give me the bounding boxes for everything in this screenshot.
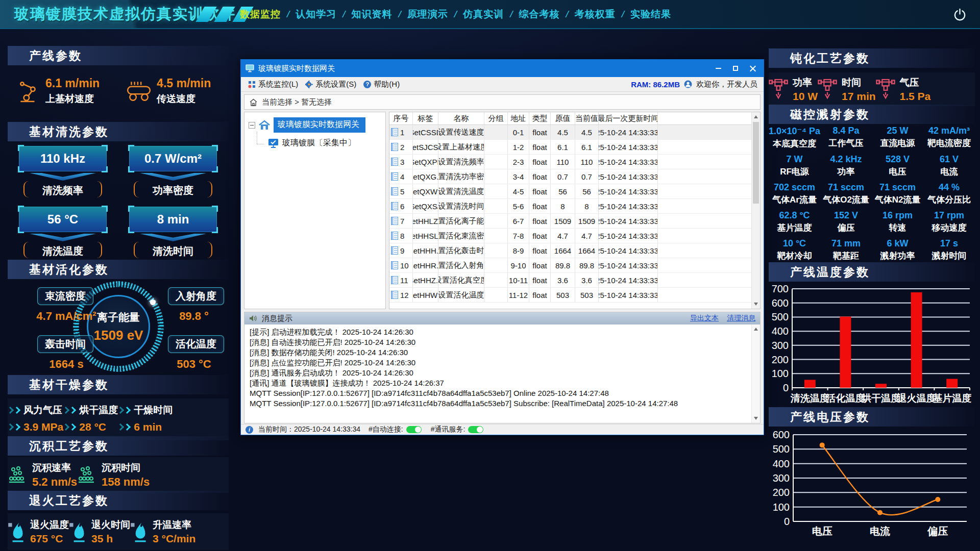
message-scrollbar[interactable] bbox=[751, 324, 760, 423]
table-row[interactable]: 12 SetHHWD 设置活化温度 11-12 float 503 503 20… bbox=[389, 288, 751, 303]
table-row[interactable]: 1 SetCSSD 设置传送速度 0-1 float 4.5 4.5 2025-… bbox=[389, 125, 751, 140]
voltage-line-chart: 0100200300400500600电压电流偏压 bbox=[769, 429, 975, 538]
param-value: 1.5 Pa bbox=[900, 90, 931, 103]
menu-system-monitor[interactable]: 系统监控(L) bbox=[248, 80, 298, 89]
gauge-highlight-dot bbox=[150, 299, 156, 305]
nav-tab[interactable]: 原理演示 bbox=[407, 8, 448, 21]
col-name[interactable]: 名称 bbox=[438, 112, 484, 124]
scroll-down-button[interactable] bbox=[752, 300, 760, 309]
param-value: 6.1 m/min bbox=[45, 77, 100, 90]
menu-system-settings[interactable]: 系统设置(S) bbox=[305, 80, 356, 89]
tag-row-icon bbox=[391, 276, 398, 284]
help-icon: ? bbox=[363, 81, 371, 88]
nav-tab[interactable]: 实验结果 bbox=[630, 8, 671, 21]
nav-tab[interactable]: 知识资料 bbox=[352, 8, 393, 21]
param-label: 清洗时间 bbox=[143, 244, 203, 258]
toggle-switch-on[interactable] bbox=[468, 426, 483, 433]
robot-arm-icon bbox=[17, 80, 40, 103]
table-scrollbar[interactable] bbox=[751, 112, 760, 309]
table-row[interactable]: 11 SetHHZ... 设置活化真空度 10-11 float 3.6 3.6… bbox=[389, 273, 751, 288]
scroll-down-button[interactable] bbox=[752, 414, 760, 423]
nav-separator: / bbox=[399, 9, 401, 20]
conveyor-icon bbox=[126, 80, 152, 103]
svg-text:基片温度: 基片温度 bbox=[933, 393, 971, 404]
param-value: 8.4 Pa bbox=[820, 126, 872, 136]
message-action-link[interactable]: 导出文本 bbox=[690, 314, 719, 323]
table-row[interactable]: 2 SetSJCSD 设置上基材速度 1-2 float 6.1 6.1 202… bbox=[389, 140, 751, 155]
chevron-icon bbox=[124, 423, 131, 431]
left-parameter-panel: 产线参数 6.1 m/min 上基材速度 4.5 m/min 传送速度 基材 bbox=[8, 44, 229, 550]
table-row[interactable]: 8 SetHHSL... 设置活化束流密度 7-8 float 4.7 4.7 … bbox=[389, 229, 751, 243]
tree-collapse-icon[interactable] bbox=[249, 122, 255, 129]
tag-row-icon bbox=[391, 217, 398, 225]
svg-text:500: 500 bbox=[773, 443, 790, 455]
table-row[interactable]: 5 SetQXWD 设置清洗温度 4-5 float 56 56 2025-10… bbox=[389, 184, 751, 199]
toggle-label: #自动连接: bbox=[369, 425, 403, 434]
col-address[interactable]: 地址 bbox=[508, 112, 529, 124]
param-label: 功率 bbox=[820, 166, 872, 178]
param-value: 28 °C bbox=[79, 421, 106, 433]
maximize-button[interactable] bbox=[727, 60, 744, 77]
toggle-switch-on[interactable] bbox=[406, 426, 422, 433]
sputtering-param: 10 °C 靶材冷却 bbox=[769, 238, 820, 262]
tree-root-label[interactable]: 玻璃镀膜实时数据网关 bbox=[274, 117, 365, 133]
param-value: 152 V bbox=[820, 210, 872, 221]
activation-value-incident-angle: 89.8 ° bbox=[161, 310, 227, 323]
table-row[interactable]: 6 SetQXSJ 设置清洗时间 5-6 float 8 8 2025-10-2… bbox=[389, 199, 751, 214]
sputtering-param: 4.2 kHz 功率 bbox=[820, 154, 872, 178]
window-status-bar: i 当前时间：2025-10-24 14:33:34 #自动连接: #通讯服务: bbox=[241, 424, 764, 435]
sputtering-param: 17 rpm 移动速度 bbox=[923, 210, 975, 234]
nav-tab[interactable]: 仿真实训 bbox=[463, 8, 504, 21]
window-app-icon bbox=[246, 64, 254, 72]
table-row[interactable]: 9 SetHHH... 设置活化轰击时间 8-9 float 1664 1664… bbox=[389, 243, 751, 258]
param-value: 702 sccm bbox=[769, 182, 820, 193]
col-tag[interactable]: 标签 bbox=[413, 112, 438, 124]
col-original[interactable]: 原值 bbox=[551, 112, 575, 124]
tree-root-node[interactable]: 玻璃镀膜实时数据网关 bbox=[249, 117, 385, 133]
scroll-thumb[interactable] bbox=[753, 122, 759, 204]
table-row[interactable]: 3 SetQXPL 设置清洗频率 2-3 float 110 110 2025-… bbox=[389, 155, 751, 169]
nav-tab[interactable]: 数据监控 bbox=[240, 8, 281, 21]
home-node-icon bbox=[259, 120, 270, 130]
nav-tab[interactable]: 考核权重 bbox=[575, 8, 616, 21]
param-value: 17 rpm bbox=[923, 210, 975, 221]
toggle-label: #通讯服务: bbox=[431, 425, 465, 434]
nav-tab[interactable]: 综合考核 bbox=[519, 8, 559, 21]
activation-label-activation-temp: 活化温度 bbox=[168, 335, 224, 353]
param-value: 42 mA/m³ bbox=[923, 126, 975, 136]
section-deposition: 沉积工艺参数 bbox=[8, 436, 229, 456]
param-label: 靶基距 bbox=[820, 250, 872, 262]
close-button[interactable] bbox=[744, 60, 762, 77]
activation-value-bombard-time: 1664 s bbox=[28, 358, 105, 371]
col-index[interactable]: 序号 bbox=[389, 112, 413, 124]
table-row[interactable]: 4 SetQXG... 设置清洗功率密度 3-4 float 0.7 0.7 2… bbox=[389, 169, 751, 184]
minimize-button[interactable] bbox=[709, 60, 727, 77]
monitor-grid-icon bbox=[248, 81, 256, 88]
scroll-up-button[interactable] bbox=[752, 112, 760, 121]
welcome-text: 欢迎你，开发人员 bbox=[696, 80, 757, 89]
message-log[interactable]: [提示] 启动进程加载完成！ 2025-10-24 14:26:30[消息] 自… bbox=[244, 324, 760, 423]
log-line: [消息] 数据存储功能关闭! 2025-10-24 14:26:30 bbox=[250, 347, 748, 357]
menu-help[interactable]: ? 帮助(H) bbox=[363, 80, 400, 89]
svg-text:0: 0 bbox=[784, 516, 790, 527]
tree-child-label[interactable]: 玻璃镀膜〔采集中〕 bbox=[282, 138, 356, 148]
nav-separator: / bbox=[510, 9, 512, 20]
svg-text:100: 100 bbox=[772, 368, 789, 379]
col-group[interactable]: 分组 bbox=[484, 112, 508, 124]
window-titlebar[interactable]: 玻璃镀膜实时数据网关 bbox=[241, 60, 764, 77]
tree-child-node[interactable]: 玻璃镀膜〔采集中〕 bbox=[268, 138, 385, 148]
param-label: 溅射时间 bbox=[923, 250, 975, 262]
param-value: 16 rpm bbox=[872, 210, 923, 221]
col-updated[interactable]: 最后一次更新时间 bbox=[599, 112, 658, 124]
col-current[interactable]: 当前值 bbox=[575, 112, 599, 124]
scroll-up-button[interactable] bbox=[752, 324, 760, 333]
table-row[interactable]: 7 SetHHLZ... 设置活化离子能量 6-7 float 1509 150… bbox=[389, 214, 751, 229]
col-type[interactable]: 类型 bbox=[529, 112, 551, 124]
param-value: 4.2 kHz bbox=[820, 154, 872, 165]
flame-icon bbox=[130, 521, 149, 542]
nav-tab[interactable]: 认知学习 bbox=[296, 8, 336, 21]
message-action-link[interactable]: 清理消息 bbox=[727, 314, 755, 323]
power-icon[interactable] bbox=[953, 8, 967, 21]
table-row[interactable]: 10 SetHHR... 设置活化入射角度 9-10 float 89.8 89… bbox=[389, 258, 751, 273]
param-value: 3 °C/min bbox=[153, 533, 195, 545]
